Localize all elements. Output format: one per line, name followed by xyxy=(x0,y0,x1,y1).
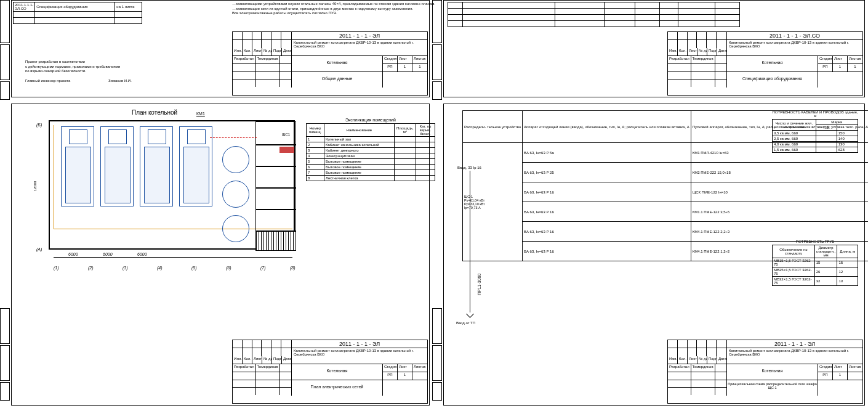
foot-line: Главный инженер проекта xyxy=(25,79,70,83)
doc-name: Спецификация оборудования xyxy=(35,2,115,12)
foot-line: Зиманов И.И. xyxy=(108,79,132,83)
titleblock-tl: 2011 - 1 - 1 - ЭЛ Капитальный ремонт кот… xyxy=(232,31,428,96)
cable-need-table: ПОТРЕБНОСТЬ КАБЕЛЕЙ И ПРОВОДОВ здания, м… xyxy=(772,110,858,153)
foot-line: Проект разработан в соответствии xyxy=(25,60,222,65)
sheet-bl: План котельной КМ1 ЩС1 (Б) (А) (1) (2) (… xyxy=(11,104,430,406)
sheet-tr: 2011 - 1 - 1 - ЭЛ.СО Капитальный ремонт … xyxy=(443,0,865,97)
foot-line: с действующими нормами, правилами и треб… xyxy=(25,65,222,70)
note-line: …заземляющие сети из круглой стали, прис… xyxy=(232,7,435,12)
titleblock-tr: 2011 - 1 - 1 - ЭЛ.СО Капитальный ремонт … xyxy=(667,31,863,96)
titleblock-br: 2011 - 1 - 1 - ЭЛ Капитальный ремонт кот… xyxy=(667,340,863,404)
plan-title: План котельной xyxy=(132,109,177,116)
sheet-br: Распредели- тельное устройство Аппарат о… xyxy=(443,104,865,406)
titleblock-bl: 2011 - 1 - 1 - ЭЛ Капитальный ремонт кот… xyxy=(232,340,428,404)
note-line: Все электромонтажные работы осуществлять… xyxy=(232,11,435,16)
doc-code: 2011.1.1.1-ЭЛ.СО xyxy=(14,2,35,12)
tb-object: Котельная xyxy=(292,56,383,71)
foot-line: по взрыво-пожарной безопасности. xyxy=(25,69,222,74)
explication-table: Экспликация помещений Номер помещ. Наиме… xyxy=(306,118,435,181)
riser-line xyxy=(467,171,473,319)
note-line: …заземляющими устройствами служат стальн… xyxy=(232,2,435,7)
tb-code: 2011 - 1 - 1 - ЭЛ xyxy=(292,32,427,40)
doc-sheets: на 1 листе xyxy=(115,2,142,12)
tb-desc: Капитальный ремонт котлоагрегата ДКВР-10… xyxy=(292,40,427,49)
plan-outline: ЩС1 xyxy=(49,120,295,250)
pipe-need-table: ПОТРЕБНОСТЬ ТРУБ Обозначение по стандарт… xyxy=(772,240,858,286)
sheet-tl: 2011.1.1.1-ЭЛ.СО Спецификация оборудован… xyxy=(11,0,430,97)
tb-doc: Общие данные xyxy=(292,72,383,88)
